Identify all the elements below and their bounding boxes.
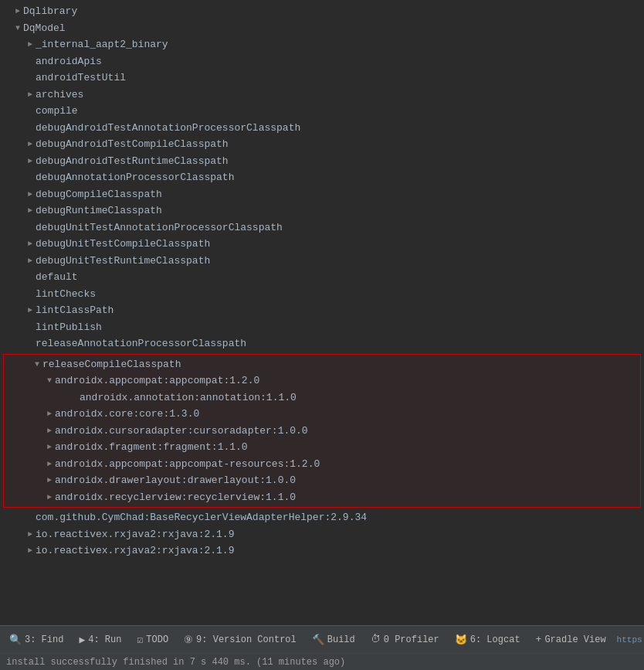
arrow-icon[interactable] bbox=[25, 205, 36, 216]
profiler-label: 0 Profiler bbox=[384, 634, 439, 645]
gradle-label: Gradle View bbox=[544, 634, 605, 645]
find-label: 3: Find bbox=[25, 634, 63, 645]
highlight-box: releaseCompileClasspath androidx.appcomp… bbox=[3, 354, 641, 508]
tree-container[interactable]: Dqlibrary DqModel _internal_aapt2_binary… bbox=[0, 0, 644, 625]
list-item: lintChecks bbox=[0, 286, 644, 303]
logcat-icon: 🐱 bbox=[455, 634, 467, 646]
vc-icon: ⑨ bbox=[184, 634, 193, 646]
arrow-icon[interactable] bbox=[44, 474, 55, 486]
arrow-icon[interactable] bbox=[25, 545, 36, 556]
run-icon: ▶ bbox=[79, 634, 85, 646]
arrow-icon[interactable] bbox=[25, 89, 36, 100]
list-item: lintClassPath bbox=[0, 302, 644, 319]
list-item: debugAndroidTestCompileClasspath bbox=[0, 136, 644, 153]
list-item: releaseAnnotationProcessorClasspath bbox=[0, 335, 644, 352]
list-item: debugUnitTestAnnotationProcessorClasspat… bbox=[0, 219, 644, 236]
todo-label: TODO bbox=[146, 634, 168, 645]
build-button[interactable]: 🔨 Build bbox=[306, 631, 361, 649]
list-item: debugRuntimeClasspath bbox=[0, 202, 644, 219]
list-item: debugAndroidTestAnnotationProcessorClass… bbox=[0, 120, 644, 137]
arrow-icon[interactable] bbox=[44, 458, 55, 470]
build-label: Build bbox=[327, 634, 355, 645]
version-control-button[interactable]: ⑨ 9: Version Control bbox=[178, 631, 303, 649]
arrow-icon[interactable] bbox=[44, 425, 55, 437]
list-item: androidApis bbox=[0, 53, 644, 70]
profiler-button[interactable]: ⏱ 0 Profiler bbox=[364, 631, 446, 648]
arrow-icon[interactable] bbox=[44, 491, 55, 503]
list-item: io.reactivex.rxjava2:rxjava:2.1.9 bbox=[0, 542, 644, 559]
arrow-icon[interactable] bbox=[25, 238, 36, 250]
arrow-icon[interactable] bbox=[25, 529, 36, 540]
arrow-icon[interactable] bbox=[25, 255, 36, 267]
list-item: androidx.cursoradapter:cursoradapter:1.0… bbox=[4, 423, 640, 440]
logcat-label: 6: Logcat bbox=[470, 634, 520, 645]
arrow-icon[interactable] bbox=[25, 304, 36, 316]
list-item: debugAnnotationProcessorClasspath bbox=[0, 169, 644, 186]
list-item: DqModel bbox=[0, 20, 644, 37]
list-item: _internal_aapt2_binary bbox=[0, 36, 644, 53]
toolbar-right: https://blog.csdn.net/Mr_Tony bbox=[612, 632, 644, 648]
arrow-icon[interactable] bbox=[12, 5, 23, 17]
list-item: debugAndroidTestRuntimeClasspath bbox=[0, 153, 644, 170]
build-icon: 🔨 bbox=[312, 634, 324, 646]
list-item: compile bbox=[0, 103, 644, 120]
list-item: androidx.appcompat:appcompat:1.2.0 bbox=[4, 372, 640, 389]
status-bar: install successfully finished in 7 s 440… bbox=[0, 653, 644, 670]
list-item: androidx.appcompat:appcompat-resources:1… bbox=[4, 456, 640, 473]
bottom-toolbar: 🔍 3: Find ▶ 4: Run ☑ TODO ⑨ 9: Version C… bbox=[0, 625, 644, 653]
gradle-view-button[interactable]: + Gradle View bbox=[530, 631, 612, 648]
list-item: io.reactivex.rxjava2:rxjava:2.1.9 bbox=[0, 526, 644, 543]
arrow-icon[interactable] bbox=[32, 359, 42, 370]
list-item: androidx.fragment:fragment:1.1.0 bbox=[4, 439, 640, 456]
gradle-icon: + bbox=[536, 634, 542, 645]
find-button[interactable]: 🔍 3: Find bbox=[3, 631, 69, 649]
list-item: com.github.CymChad:BaseRecyclerViewAdapt… bbox=[0, 509, 644, 526]
logcat-button[interactable]: 🐱 6: Logcat bbox=[449, 631, 527, 649]
list-item: releaseCompileClasspath bbox=[4, 356, 640, 373]
list-item: debugUnitTestRuntimeClasspath bbox=[0, 253, 644, 270]
list-item: archives bbox=[0, 87, 644, 104]
arrow-icon[interactable] bbox=[44, 375, 55, 386]
todo-button[interactable]: ☑ TODO bbox=[130, 631, 175, 649]
arrow-icon[interactable] bbox=[44, 408, 55, 420]
profiler-icon: ⏱ bbox=[371, 634, 381, 645]
list-item: lintPublish bbox=[0, 319, 644, 336]
blog-link[interactable]: https://blog.csdn.net/Mr_Tony bbox=[612, 632, 644, 648]
list-item: androidx.drawerlayout:drawerlayout:1.0.0 bbox=[4, 472, 640, 489]
arrow-icon[interactable] bbox=[25, 189, 36, 200]
list-item: Dqlibrary bbox=[0, 3, 644, 20]
vc-label: 9: Version Control bbox=[196, 634, 297, 645]
list-item: androidx.core:core:1.3.0 bbox=[4, 406, 640, 423]
arrow-icon[interactable] bbox=[25, 138, 36, 150]
list-item: androidTestUtil bbox=[0, 70, 644, 87]
run-button[interactable]: ▶ 4: Run bbox=[73, 631, 127, 649]
list-item: debugUnitTestCompileClasspath bbox=[0, 236, 644, 253]
arrow-icon[interactable] bbox=[44, 441, 55, 453]
todo-icon: ☑ bbox=[137, 634, 143, 646]
list-item: debugCompileClasspath bbox=[0, 186, 644, 203]
arrow-icon[interactable] bbox=[25, 39, 36, 50]
list-item: default bbox=[0, 269, 644, 286]
list-item: androidx.recyclerview:recyclerview:1.1.0 bbox=[4, 489, 640, 506]
arrow-icon[interactable] bbox=[25, 155, 36, 167]
arrow-icon[interactable] bbox=[12, 22, 23, 34]
run-label: 4: Run bbox=[88, 634, 121, 645]
find-icon: 🔍 bbox=[9, 634, 22, 646]
list-item: androidx.annotation:annotation:1.1.0 bbox=[4, 389, 640, 406]
status-text: install successfully finished in 7 s 440… bbox=[6, 657, 345, 668]
